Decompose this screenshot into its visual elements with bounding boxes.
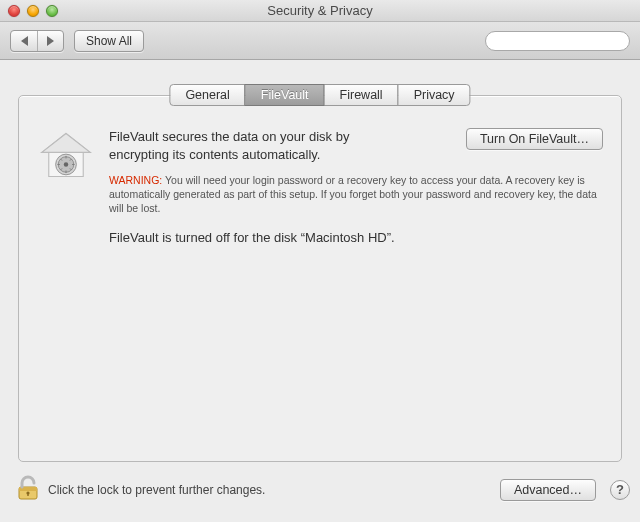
search-field[interactable] (485, 31, 630, 51)
content-area: General FileVault Firewall Privacy Turn … (0, 60, 640, 522)
turn-on-filevault-button[interactable]: Turn On FileVault… (466, 128, 603, 150)
tab-filevault[interactable]: FileVault (245, 84, 325, 106)
filevault-panel: Turn On FileVault… (18, 95, 622, 462)
lock-icon[interactable] (16, 475, 40, 504)
warning-text: You will need your login password or a r… (109, 174, 597, 214)
show-all-button[interactable]: Show All (74, 30, 144, 52)
lock-message: Click the lock to prevent further change… (48, 483, 265, 497)
filevault-warning: WARNING: You will need your login passwo… (109, 173, 603, 216)
chevron-right-icon (47, 36, 54, 46)
forward-button[interactable] (37, 31, 63, 51)
filevault-house-icon (37, 128, 95, 180)
help-button[interactable]: ? (610, 480, 630, 500)
chevron-left-icon (21, 36, 28, 46)
tab-firewall[interactable]: Firewall (324, 84, 399, 106)
svg-point-6 (64, 162, 68, 166)
window-controls (8, 5, 58, 17)
nav-segment (10, 30, 64, 52)
tab-general[interactable]: General (169, 84, 245, 106)
toolbar: Show All (0, 22, 640, 60)
warning-label: WARNING: (109, 174, 162, 186)
footer: Click the lock to prevent further change… (16, 475, 630, 504)
filevault-status: FileVault is turned off for the disk “Ma… (109, 230, 603, 245)
titlebar: Security & Privacy (0, 0, 640, 22)
search-input[interactable] (496, 34, 640, 48)
minimize-window-button[interactable] (27, 5, 39, 17)
tab-privacy[interactable]: Privacy (398, 84, 471, 106)
zoom-window-button[interactable] (46, 5, 58, 17)
close-window-button[interactable] (8, 5, 20, 17)
window-title: Security & Privacy (0, 3, 640, 18)
tab-bar: General FileVault Firewall Privacy (169, 84, 470, 106)
back-button[interactable] (11, 31, 37, 51)
filevault-description: FileVault secures the data on your disk … (109, 128, 409, 163)
svg-marker-3 (42, 133, 90, 152)
advanced-button[interactable]: Advanced… (500, 479, 596, 501)
svg-rect-18 (27, 493, 28, 496)
